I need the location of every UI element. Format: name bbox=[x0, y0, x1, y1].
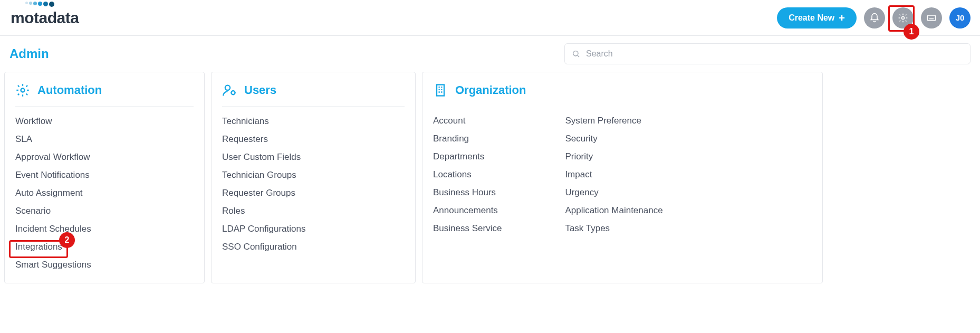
link-security[interactable]: Security bbox=[565, 134, 662, 144]
svg-point-2 bbox=[573, 51, 578, 56]
link-sla[interactable]: SLA bbox=[15, 134, 194, 145]
link-business-service[interactable]: Business Service bbox=[433, 223, 502, 234]
svg-point-3 bbox=[21, 89, 25, 92]
create-new-button[interactable]: Create New + bbox=[777, 7, 857, 28]
app-logo: motadata bbox=[9, 9, 79, 27]
search-wrap bbox=[564, 43, 971, 64]
keyboard-shortcuts-button[interactable] bbox=[921, 7, 942, 28]
card-users: Users Technicians Requesters User Custom… bbox=[211, 72, 416, 283]
svg-point-0 bbox=[902, 16, 905, 19]
card-title: Organization bbox=[455, 83, 526, 97]
link-urgency[interactable]: Urgency bbox=[565, 187, 662, 198]
link-account[interactable]: Account bbox=[433, 116, 502, 126]
card-title: Users bbox=[244, 83, 276, 97]
organization-col2: System Preference Security Priority Impa… bbox=[565, 116, 662, 234]
search-input[interactable] bbox=[564, 43, 971, 64]
link-incident-schedules[interactable]: Incident Schedules bbox=[15, 224, 194, 234]
search-icon bbox=[572, 50, 580, 58]
gear-icon bbox=[898, 13, 908, 23]
svg-point-4 bbox=[225, 85, 230, 90]
card-title: Automation bbox=[37, 83, 102, 97]
link-roles[interactable]: Roles bbox=[222, 206, 405, 216]
titlebar: Admin bbox=[0, 36, 980, 72]
link-workflow[interactable]: Workflow bbox=[15, 116, 194, 127]
bell-icon bbox=[869, 13, 880, 23]
link-business-hours[interactable]: Business Hours bbox=[433, 187, 502, 198]
admin-cards: Automation Workflow SLA Approval Workflo… bbox=[0, 72, 980, 290]
link-locations[interactable]: Locations bbox=[433, 169, 502, 180]
svg-rect-6 bbox=[437, 85, 444, 96]
link-branding[interactable]: Branding bbox=[433, 134, 502, 144]
card-organization: Organization Account Branding Department… bbox=[422, 72, 823, 283]
users-links: Technicians Requesters User Custom Field… bbox=[222, 116, 405, 252]
link-smart-suggestions[interactable]: Smart Suggestions bbox=[15, 260, 194, 270]
link-technicians[interactable]: Technicians bbox=[222, 116, 405, 127]
link-event-notifications[interactable]: Event Notifications bbox=[15, 170, 194, 180]
link-approval-workflow[interactable]: Approval Workflow bbox=[15, 152, 194, 163]
user-avatar[interactable]: J0 bbox=[949, 7, 971, 28]
link-task-types[interactable]: Task Types bbox=[565, 223, 662, 234]
link-priority[interactable]: Priority bbox=[565, 151, 662, 162]
link-auto-assignment[interactable]: Auto Assignment bbox=[15, 188, 194, 198]
logo-text: motadata bbox=[11, 9, 79, 27]
link-system-preference[interactable]: System Preference bbox=[565, 116, 662, 126]
link-integrations[interactable]: Integrations bbox=[15, 242, 194, 252]
link-departments[interactable]: Departments bbox=[433, 151, 502, 162]
automation-icon bbox=[15, 83, 30, 98]
link-scenario[interactable]: Scenario bbox=[15, 206, 194, 216]
page-title: Admin bbox=[9, 46, 49, 61]
link-announcements[interactable]: Announcements bbox=[433, 205, 502, 216]
organization-icon bbox=[433, 83, 448, 98]
header-actions: Create New + J0 bbox=[777, 7, 971, 28]
card-header: Automation bbox=[15, 83, 194, 107]
organization-columns: Account Branding Departments Locations B… bbox=[433, 116, 812, 234]
card-header: Organization bbox=[433, 83, 812, 106]
link-technician-groups[interactable]: Technician Groups bbox=[222, 170, 405, 180]
logo-dots-icon bbox=[25, 2, 54, 7]
card-automation: Automation Workflow SLA Approval Workflo… bbox=[4, 72, 205, 283]
svg-rect-1 bbox=[928, 15, 936, 21]
plus-icon: + bbox=[839, 13, 845, 23]
link-impact[interactable]: Impact bbox=[565, 169, 662, 180]
link-ldap-configurations[interactable]: LDAP Configurations bbox=[222, 224, 405, 234]
link-requesters[interactable]: Requesters bbox=[222, 134, 405, 145]
card-header: Users bbox=[222, 83, 405, 107]
users-icon bbox=[222, 83, 237, 98]
logo-wordmark: motadata bbox=[11, 9, 79, 26]
keyboard-icon bbox=[926, 13, 937, 23]
link-user-custom-fields[interactable]: User Custom Fields bbox=[222, 152, 405, 163]
link-sso-configuration[interactable]: SSO Configuration bbox=[222, 242, 405, 252]
notifications-button[interactable] bbox=[864, 7, 885, 28]
link-application-maintenance[interactable]: Application Maintenance bbox=[565, 205, 662, 216]
svg-point-5 bbox=[232, 91, 235, 94]
automation-links: Workflow SLA Approval Workflow Event Not… bbox=[15, 116, 194, 270]
app-header: motadata Create New + J0 1 bbox=[0, 0, 980, 36]
avatar-initials: J0 bbox=[956, 13, 965, 22]
create-new-label: Create New bbox=[789, 13, 834, 23]
organization-col1: Account Branding Departments Locations B… bbox=[433, 116, 502, 234]
link-requester-groups[interactable]: Requester Groups bbox=[222, 188, 405, 198]
settings-button[interactable] bbox=[892, 7, 914, 28]
